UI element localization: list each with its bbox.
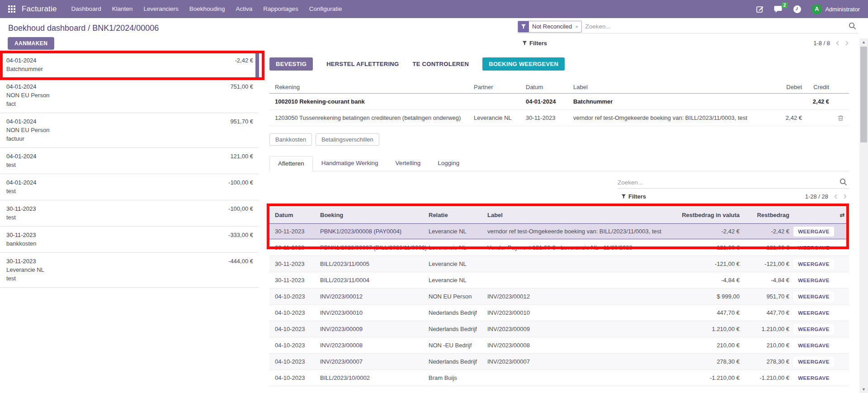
reconciliation-row[interactable]: 1002010 Rekening-courant bank 04-01-2024… <box>269 94 849 110</box>
user-menu[interactable]: A Administrator <box>811 4 860 14</box>
pager-prev-icon[interactable] <box>835 40 840 46</box>
moves-pager-prev-icon[interactable] <box>834 194 838 199</box>
activities-clock-icon[interactable] <box>793 5 802 14</box>
statement-line-date: 30-11-2023 <box>6 231 253 239</box>
to-check-button[interactable]: TE CONTROLEREN <box>412 61 469 67</box>
edit-icon[interactable] <box>756 5 764 13</box>
reset-reconciliation-button[interactable]: HERSTEL AFLETTERING <box>326 61 399 67</box>
cell-amount-currency: -4,84 € <box>670 277 742 284</box>
statement-line-card[interactable]: 04-01-2024 Batchnummer -2,42 € <box>0 52 259 78</box>
filters-button[interactable]: Filters <box>522 40 547 47</box>
app-title[interactable]: Facturatie <box>22 5 57 14</box>
messages-icon[interactable]: 2 <box>774 5 783 13</box>
reconcile-actions: BEVESTIG HERSTEL AFLETTERING TE CONTROLE… <box>269 57 849 71</box>
view-button[interactable]: WEERGAVE <box>793 373 834 383</box>
cell-amount-currency: -121,00 € <box>670 260 742 267</box>
cell-amount: 447,70 € <box>742 309 792 316</box>
cell-date: 04-10-2023 <box>275 293 320 300</box>
view-button[interactable]: WEERGAVE <box>793 259 834 269</box>
view-button[interactable]: WEERGAVE <box>793 341 834 350</box>
tab[interactable]: Afletteren <box>269 156 313 171</box>
view-button[interactable]: WEERGAVE <box>793 243 834 253</box>
move-row[interactable]: 30-11-2023 PBNK1/2023/00007 (BILL/2023/1… <box>269 240 849 256</box>
cell-amount-currency: 1.210,00 € <box>670 326 742 332</box>
funnel-icon <box>522 41 527 46</box>
delete-line-button[interactable] <box>832 115 849 121</box>
inner-filters-label: Filters <box>628 193 646 200</box>
statement-pager: 1-8 / 8 <box>813 40 849 47</box>
move-row[interactable]: 04-10-2023 BILL/2023/10/0002 Bram Buijs … <box>269 370 849 386</box>
apps-menu-button[interactable] <box>5 0 18 18</box>
move-row[interactable]: 30-11-2023 BILL/2023/11/0004 Leverancie … <box>269 272 849 289</box>
menu-item[interactable]: Boekhouding <box>184 0 231 18</box>
tab[interactable]: Logging <box>429 156 468 171</box>
search-input[interactable] <box>585 23 845 30</box>
optional-columns-icon[interactable]: ⇄ <box>835 212 849 218</box>
remove-filter-icon[interactable]: × <box>575 24 581 29</box>
pager-next-icon[interactable] <box>845 40 849 46</box>
inner-filters-button[interactable]: Filters <box>621 193 646 200</box>
move-row[interactable]: 04-10-2023 INV/2023/00010 Nederlands Bed… <box>269 305 849 321</box>
view-button[interactable]: WEERGAVE <box>793 308 834 318</box>
view-button[interactable]: WEERGAVE <box>793 292 834 302</box>
move-row[interactable]: 04-10-2023 INV/2023/00008 NON -EU Bedrij… <box>269 337 849 354</box>
vertical-scrollbar[interactable]: ▲ ▼ <box>859 38 868 393</box>
menu-item[interactable]: Rapportages <box>258 0 303 18</box>
statement-line-card[interactable]: 04-01-2024 NON EU Person factuur 951,70 … <box>0 113 259 148</box>
statement-line-card[interactable]: 30-11-2023 test -100,00 € <box>0 200 259 227</box>
search-icon[interactable] <box>849 22 856 31</box>
scroll-down-icon[interactable]: ▼ <box>859 386 868 393</box>
menu-item[interactable]: Klanten <box>107 0 138 18</box>
top-navbar: Facturatie Dashboard Klanten Leverancier… <box>0 0 868 18</box>
reconciliation-row[interactable]: 1203050 Tussenrekening betalingen credit… <box>269 110 849 126</box>
statement-line-amount: -100,00 € <box>228 178 253 187</box>
moves-pager-next-icon[interactable] <box>843 194 847 199</box>
move-row[interactable]: 04-10-2023 INV/2023/00007 Nederlands Bed… <box>269 354 849 370</box>
validate-button[interactable]: BEVESTIG <box>269 57 313 71</box>
statement-line-card[interactable]: 04-01-2024 test 121,00 € <box>0 148 259 174</box>
avatar: A <box>811 4 822 14</box>
menu-item[interactable]: Dashboard <box>66 0 107 18</box>
filter-funnel-icon <box>518 21 529 33</box>
breadcrumb-dashboard-link[interactable]: Boekhoud dashboard <box>8 24 85 33</box>
statement-line-card[interactable]: 04-01-2024 NON EU Person fact 751,00 € <box>0 78 259 113</box>
move-row[interactable]: 30-11-2023 BILL/2023/11/0005 Leverancie … <box>269 256 849 272</box>
move-row[interactable]: 04-10-2023 INV/2023/00009 Nederlands Bed… <box>269 321 849 337</box>
statement-line-memo: test <box>6 213 253 222</box>
scrollbar-thumb[interactable] <box>860 47 867 142</box>
quick-tag-button[interactable]: Betalingsverschillen <box>316 133 379 146</box>
statement-line-card[interactable]: 30-11-2023 bankkosten -333,00 € <box>0 227 259 253</box>
statement-line-amount: -333,00 € <box>228 231 253 239</box>
col-debet: Debet <box>763 84 805 90</box>
cell-partner: Leverancie NL <box>429 228 487 235</box>
menu-item[interactable]: Leveranciers <box>138 0 184 18</box>
statement-line-memo: Leverancie NL test <box>6 265 253 283</box>
cell-move: INV/2023/00010 <box>320 309 429 316</box>
reconciliation-table: Rekening Partner Datum Label Debet Credi… <box>269 81 849 126</box>
view-button[interactable]: WEERGAVE <box>793 227 834 237</box>
filters-label: Filters <box>529 40 547 47</box>
statement-line-memo: test <box>6 187 253 195</box>
inner-search-input[interactable] <box>618 179 840 186</box>
view-button[interactable]: WEERGAVE <box>793 357 834 367</box>
cell-amount: -4,84 € <box>742 277 792 284</box>
view-button[interactable]: WEERGAVE <box>793 324 834 334</box>
col-label: Label <box>573 84 763 90</box>
search-filter-tag[interactable]: Not Reconciled × <box>518 21 582 33</box>
cell-partner: Leverancie NL <box>429 244 487 251</box>
tab[interactable]: Vertelling <box>387 156 429 171</box>
tab[interactable]: Handmatige Werking <box>313 156 387 171</box>
create-button[interactable]: AANMAKEN <box>8 37 54 50</box>
move-row[interactable]: 30-11-2023 PBNK1/2023/00008 (PAY0004) Le… <box>269 223 849 240</box>
move-row[interactable]: 04-10-2023 INV/2023/00012 NON EU Person … <box>269 289 849 305</box>
scroll-up-icon[interactable]: ▲ <box>859 38 868 46</box>
menu-item[interactable]: Configuratie <box>304 0 348 18</box>
inner-search-icon[interactable] <box>840 178 847 187</box>
quick-tag-button[interactable]: Bankkosten <box>269 133 312 146</box>
statement-line-card[interactable]: 04-01-2024 test -100,00 € <box>0 174 259 200</box>
view-move-button[interactable]: BOEKING WEERGEVEN <box>482 57 565 71</box>
view-button[interactable]: WEERGAVE <box>793 275 834 285</box>
statement-line-card[interactable]: 30-11-2023 Leverancie NL test -444,00 € <box>0 253 259 288</box>
cell-move: BILL/2023/11/0005 <box>320 260 429 267</box>
menu-item[interactable]: Activa <box>231 0 258 18</box>
